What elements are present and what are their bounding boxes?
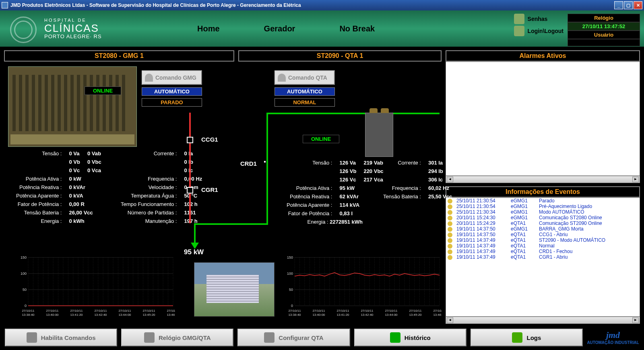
event-row[interactable]: 25/10/11 21:30:54eGMG1Pré-Aquecimento Li… xyxy=(446,204,640,209)
svg-text:50: 50 xyxy=(23,288,27,292)
alarms-list[interactable] xyxy=(446,62,640,176)
event-row[interactable]: 19/10/11 14:37:49eQTA1Normal xyxy=(446,243,640,249)
event-row[interactable]: 25/10/11 21:30:54eGMG1Parado xyxy=(446,198,640,204)
relogio-gmg-qta-button[interactable]: Relógio GMG/QTA xyxy=(121,329,233,346)
label-cgr1: CGR1 xyxy=(201,186,218,193)
st2090-data-left: Tensão :126 Va219 Vab 126 Vb220 Vbc 126 … xyxy=(283,158,388,226)
app-icon xyxy=(2,2,8,8)
event-row[interactable]: 19/10/11 14:37:50eQTA1CCG1 - Abriu xyxy=(446,232,640,237)
svg-text:27/10/11: 27/10/11 xyxy=(167,309,175,313)
electrical-diagram-left: CCG1 CGR1 xyxy=(177,113,233,282)
events-list[interactable]: 25/10/11 21:30:54eGMG1Parado25/10/11 21:… xyxy=(446,198,640,317)
nav-gerador[interactable]: Gerador xyxy=(264,24,295,33)
svg-text:13:38:40: 13:38:40 xyxy=(22,313,35,317)
clock-value: 27/10/11 13:47:52 xyxy=(568,22,640,31)
event-row[interactable]: 19/10/11 14:37:49eQTA1ST2090 - Modo AUTO… xyxy=(446,237,640,243)
user-value xyxy=(568,39,640,46)
clock-panel: Relógio 27/10/11 13:47:52 Usuário xyxy=(568,14,640,46)
clock-icon xyxy=(144,332,155,343)
svg-text:27/10/11: 27/10/11 xyxy=(385,309,398,313)
svg-text:27/10/11: 27/10/11 xyxy=(288,309,301,313)
breaker-cgr1 xyxy=(187,187,193,194)
svg-text:150: 150 xyxy=(287,255,293,259)
event-icon xyxy=(448,216,452,220)
key-icon xyxy=(514,14,524,24)
breaker-crd1 xyxy=(264,161,266,163)
event-icon xyxy=(448,238,452,243)
svg-text:27/10/11: 27/10/11 xyxy=(361,309,374,313)
line-crd xyxy=(266,113,268,223)
event-row[interactable]: 19/10/11 14:37:49eQTA1CGR1 - Abriu xyxy=(446,254,640,260)
user-label: Usuário xyxy=(568,31,640,39)
close-button[interactable]: ✕ xyxy=(634,1,642,9)
logs-button[interactable]: Logs xyxy=(471,329,583,346)
st2080-mode: AUTOMÁTICO xyxy=(142,87,202,96)
svg-text:50: 50 xyxy=(289,288,293,292)
app-header: HOSPITAL DE CLÍNICAS PORTO ALEGRE· RS Ho… xyxy=(0,10,644,47)
event-row[interactable]: 20/10/11 15:24:30eGMG1Comunicação ST2080… xyxy=(446,215,640,220)
historico-button[interactable]: Histórico xyxy=(354,329,466,346)
st2080-online-badge: ONLINE xyxy=(85,86,121,95)
svg-text:27/10/11: 27/10/11 xyxy=(118,309,131,313)
svg-text:27/10/11: 27/10/11 xyxy=(142,309,155,313)
alarms-panel: Alarmes Ativos ◄► xyxy=(446,50,640,183)
panel-title-st2090: ST2090 - QTA 1 xyxy=(238,50,442,62)
breaker-ccg1 xyxy=(187,137,193,143)
line-bottom xyxy=(194,223,268,225)
panel-title-st2080: ST2080 - GMG 1 xyxy=(4,50,234,62)
senhas-button[interactable]: Senhas xyxy=(514,14,564,24)
event-row[interactable]: 19/10/11 14:37:50eGMG1BARRA_GMG Morta xyxy=(446,226,640,232)
event-row[interactable]: 19/10/11 14:37:49eQTA1CRD1 - Fechou xyxy=(446,249,640,254)
alarms-scrollbar[interactable]: ◄► xyxy=(446,176,640,183)
hospital-logo-icon xyxy=(8,14,36,43)
svg-text:13:41:20: 13:41:20 xyxy=(70,313,83,317)
events-panel: Informações de Eventos 25/10/11 21:30:54… xyxy=(446,186,640,324)
svg-text:27/10/11: 27/10/11 xyxy=(312,309,325,313)
st2080-data-left: Tensão :0 Va0 Vab 0 Vb0 Vbc 0 Vc0 Vca Po… xyxy=(12,149,105,226)
power-kw-value: 95 kW xyxy=(184,248,204,256)
nav-nobreak[interactable]: No Break xyxy=(339,24,375,33)
svg-text:13:46:40: 13:46:40 xyxy=(433,313,442,317)
nav-home[interactable]: Home xyxy=(197,24,220,33)
svg-text:13:40:00: 13:40:00 xyxy=(46,313,59,317)
svg-text:13:42:40: 13:42:40 xyxy=(361,313,374,317)
line-top xyxy=(266,113,440,114)
line-down xyxy=(194,223,196,243)
event-icon xyxy=(448,227,452,232)
bottom-toolbar: Habilita Comandos Relógio GMG/QTA Config… xyxy=(5,327,639,348)
hospital-name: HOSPITAL DE CLÍNICAS PORTO ALEGRE· RS xyxy=(44,18,102,40)
key-icon xyxy=(27,332,37,343)
svg-text:13:38:40: 13:38:40 xyxy=(288,313,301,317)
transformer-image xyxy=(365,113,393,157)
minimize-button[interactable]: _ xyxy=(614,1,623,9)
person-icon xyxy=(145,74,153,82)
st2090-state: NORMAL xyxy=(275,98,335,107)
st2090-data-right: Corrente :301 Ia 294 Ib 306 Ic Frequenci… xyxy=(379,158,456,201)
svg-text:0: 0 xyxy=(25,304,27,308)
st2090-online-badge: ONLINE xyxy=(303,135,339,143)
login-logout-button[interactable]: Login\Logout xyxy=(514,26,564,36)
svg-text:13:44:00: 13:44:00 xyxy=(118,313,131,317)
chart-icon xyxy=(390,332,400,343)
event-row[interactable]: 20/10/11 15:24:29eQTA1Comunicação ST2090… xyxy=(446,220,640,226)
gear-icon xyxy=(264,332,275,343)
events-scrollbar[interactable]: ◄► xyxy=(446,317,640,324)
chart-st2080: 05010015027/10/1113:38:4027/10/1113:40:0… xyxy=(16,255,175,320)
alarms-title: Alarmes Ativos xyxy=(446,50,640,62)
person-icon xyxy=(278,74,286,82)
comando-qta-button[interactable]: Comando QTA xyxy=(275,70,335,85)
habilita-comandos-button[interactable]: Habilita Comandos xyxy=(5,329,117,346)
svg-text:100: 100 xyxy=(21,272,27,276)
generator-image xyxy=(8,66,137,147)
event-icon xyxy=(448,233,452,237)
svg-text:100: 100 xyxy=(287,272,293,276)
svg-text:27/10/11: 27/10/11 xyxy=(46,309,59,313)
configurar-qta-button[interactable]: Configurar QTA xyxy=(237,329,350,346)
comando-gmg-button[interactable]: Comando GMG xyxy=(142,70,202,85)
login-icon xyxy=(514,26,524,36)
svg-text:13:44:00: 13:44:00 xyxy=(385,313,398,317)
event-row[interactable]: 25/10/11 21:30:34eGMG1Modo AUTOMÁTICO xyxy=(446,209,640,215)
label-crd1: CRD1 xyxy=(240,160,257,167)
event-icon xyxy=(448,204,452,209)
maximize-button[interactable]: ▢ xyxy=(624,1,633,9)
